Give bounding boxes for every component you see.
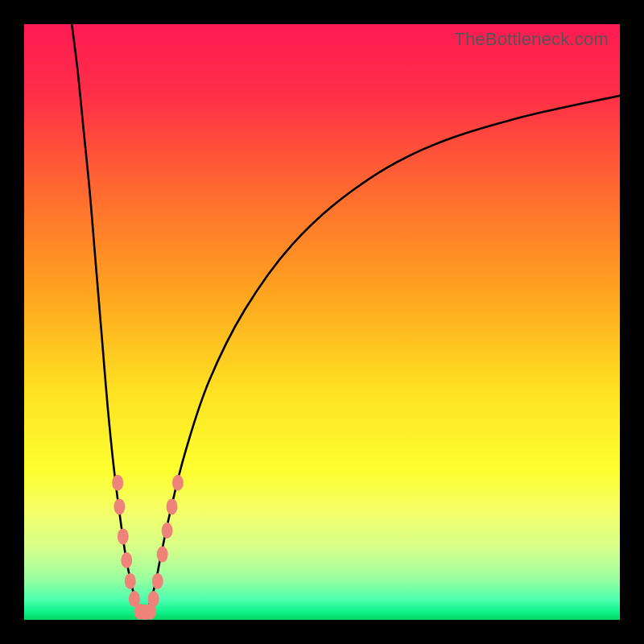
marker-point: [112, 475, 123, 491]
marker-point: [114, 498, 125, 514]
marker-point: [121, 552, 132, 568]
marker-point: [125, 573, 136, 589]
watermark-text: TheBottleneck.com: [454, 29, 609, 50]
curves-layer: [24, 24, 620, 620]
plot-area: TheBottleneck.com: [24, 24, 620, 620]
marker-point: [148, 591, 159, 607]
curve-left-branch: [72, 24, 143, 617]
marker-point: [172, 475, 184, 491]
marker-point: [167, 498, 178, 514]
marker-point: [152, 573, 163, 589]
marker-point: [118, 528, 129, 544]
chart-frame: TheBottleneck.com: [0, 0, 644, 644]
marker-point: [157, 547, 168, 563]
curve-right-branch: [143, 96, 620, 617]
marker-point: [162, 522, 173, 539]
